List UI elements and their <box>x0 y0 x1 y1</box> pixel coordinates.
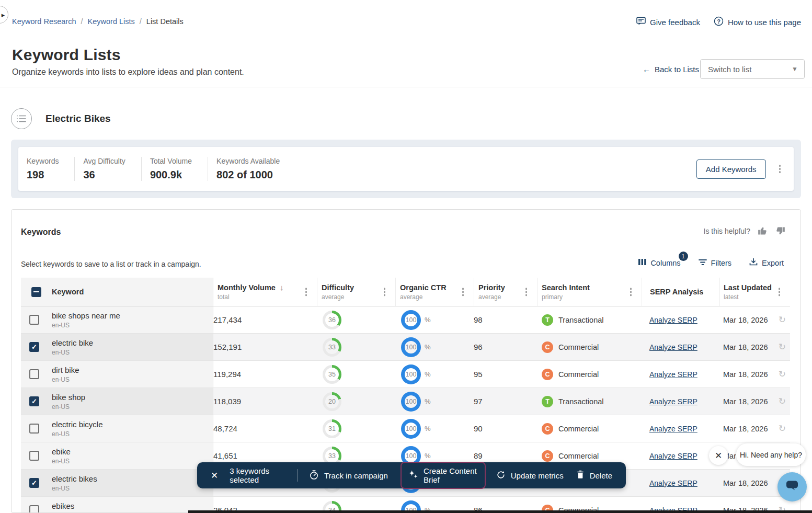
action-bar-divider <box>297 469 298 482</box>
thumbs-up-icon[interactable] <box>757 225 768 236</box>
select-keywords-hint: Select keywords to save to a list or tra… <box>21 260 201 268</box>
select-all-checkbox[interactable] <box>31 287 41 297</box>
track-in-campaign-label: Track in campaign <box>324 471 388 480</box>
last-updated-value: Mar 18, 2026 <box>723 343 768 351</box>
filters-button[interactable]: Filters <box>699 259 731 267</box>
refresh-icon[interactable]: ↻ <box>779 314 786 325</box>
percent-suffix: % <box>425 452 431 460</box>
row-checkbox[interactable] <box>29 396 39 406</box>
switch-to-list-dropdown[interactable]: Switch to list ▼ <box>700 59 805 79</box>
keyword-name: electric bicycle <box>52 420 103 429</box>
stat-value: 36 <box>83 169 125 181</box>
close-icon[interactable]: ✕ <box>211 470 218 481</box>
search-intent-badge: C <box>542 450 553 462</box>
download-icon <box>749 258 758 268</box>
row-checkbox[interactable] <box>29 424 39 434</box>
row-checkbox[interactable] <box>29 315 39 325</box>
header-monthly-volume: Monthly Volume <box>218 283 276 292</box>
stat-avg-difficulty: Avg Difficulty 36 <box>75 157 141 181</box>
stat-value: 198 <box>27 169 59 181</box>
header-difficulty: Difficulty <box>322 283 354 292</box>
analyze-serp-link[interactable]: Analyze SERP <box>649 343 697 351</box>
add-keywords-button[interactable]: Add Keywords <box>696 159 766 179</box>
monthly-volume-value: 119,294 <box>213 361 317 387</box>
row-checkbox[interactable] <box>29 451 39 461</box>
keyword-locale: en-US <box>52 403 85 411</box>
analyze-serp-link[interactable]: Analyze SERP <box>649 370 697 379</box>
header-sub: total <box>218 293 230 301</box>
export-button[interactable]: Export <box>749 258 784 268</box>
breadcrumb-current: List Details <box>146 17 184 26</box>
update-metrics-button[interactable]: Update metrics <box>496 470 564 481</box>
column-menu-icon[interactable] <box>524 286 529 298</box>
stat-label: Total Volume <box>150 157 192 165</box>
thumbs-down-icon[interactable] <box>775 225 786 236</box>
search-intent-label: Commercial <box>558 370 599 379</box>
columns-button[interactable]: Columns 1 <box>638 258 680 267</box>
stat-value: 900.9k <box>150 169 192 181</box>
list-stats-panel: Keywords 198 Avg Difficulty 36 Total Vol… <box>11 140 801 198</box>
track-in-campaign-button[interactable]: Track in campaign <box>309 470 388 482</box>
header-organic-ctr: Organic CTR <box>400 283 447 292</box>
breadcrumb-keyword-lists[interactable]: Keyword Lists <box>88 17 135 26</box>
row-checkbox[interactable] <box>29 478 39 488</box>
stat-keywords-available: Keywords Available 802 of 1000 <box>208 157 295 181</box>
chat-launcher-button[interactable] <box>777 472 807 501</box>
chat-greeting-bubble[interactable]: Hi. Need any help? <box>736 443 806 466</box>
create-content-brief-button[interactable]: Create Content Brief <box>401 462 486 489</box>
sparkles-icon <box>408 470 418 481</box>
column-menu-icon[interactable] <box>777 286 782 298</box>
search-intent-badge: T <box>542 396 553 407</box>
priority-value: 90 <box>474 415 537 442</box>
refresh-icon[interactable]: ↻ <box>779 341 786 352</box>
search-intent-label: Commercial <box>558 425 599 433</box>
page-title: Keyword Lists <box>12 46 121 64</box>
keyword-locale: en-US <box>52 349 93 356</box>
list-more-menu-icon[interactable] <box>777 163 783 175</box>
header-serp-analysis: SERP Analysis <box>650 288 703 296</box>
list-name: Electric Bikes <box>45 113 111 124</box>
give-feedback-link[interactable]: Give feedback <box>636 17 700 27</box>
how-to-use-link[interactable]: ? How to use this page <box>714 16 801 28</box>
chat-dismiss-button[interactable]: ✕ <box>709 446 728 465</box>
refresh-icon[interactable]: ↻ <box>779 396 786 407</box>
priority-value: 95 <box>474 361 537 387</box>
column-menu-icon[interactable] <box>461 286 466 298</box>
keyword-locale: en-US <box>52 322 120 329</box>
row-checkbox[interactable] <box>29 369 39 379</box>
percent-suffix: % <box>425 343 431 351</box>
columns-icon <box>638 258 646 267</box>
column-menu-icon[interactable] <box>382 286 387 298</box>
sidebar-expand-button[interactable]: ▸ <box>0 6 8 24</box>
column-menu-icon[interactable] <box>628 286 634 298</box>
refresh-icon[interactable]: ↻ <box>779 369 786 380</box>
analyze-serp-link[interactable]: Analyze SERP <box>649 479 697 487</box>
analyze-serp-link[interactable]: Analyze SERP <box>649 316 697 324</box>
back-to-lists-link[interactable]: ← Back to Lists <box>643 65 699 74</box>
breadcrumb-separator: / <box>140 17 142 26</box>
search-intent-label: Commercial <box>558 452 599 460</box>
row-checkbox[interactable] <box>29 505 39 513</box>
helpful-question: Is this helpful? <box>704 227 751 235</box>
analyze-serp-link[interactable]: Analyze SERP <box>649 397 697 406</box>
difficulty-value: 36 <box>328 316 336 324</box>
difficulty-value: 33 <box>328 344 336 351</box>
refresh-icon[interactable]: ↻ <box>779 423 786 434</box>
organic-ctr-value: 100 <box>406 344 417 351</box>
analyze-serp-link[interactable]: Analyze SERP <box>649 425 697 433</box>
priority-value: 96 <box>474 334 537 360</box>
column-menu-icon[interactable] <box>304 286 309 298</box>
stat-keywords: Keywords 198 <box>18 157 75 181</box>
analyze-serp-link[interactable]: Analyze SERP <box>649 452 697 460</box>
organic-ctr-ring: 100 <box>401 337 421 357</box>
sort-desc-icon[interactable]: ↓ <box>280 283 284 292</box>
stat-label: Keywords <box>27 157 59 165</box>
delete-button[interactable]: Delete <box>576 470 612 481</box>
chevron-right-icon: ▸ <box>2 11 5 19</box>
header-sub: average <box>322 293 344 301</box>
organic-ctr-value: 100 <box>406 371 417 378</box>
row-checkbox[interactable] <box>29 342 39 352</box>
last-updated-value: Mar 18, 2026 <box>723 425 768 433</box>
search-intent-badge: C <box>542 423 553 435</box>
breadcrumb-keyword-research[interactable]: Keyword Research <box>12 17 76 26</box>
